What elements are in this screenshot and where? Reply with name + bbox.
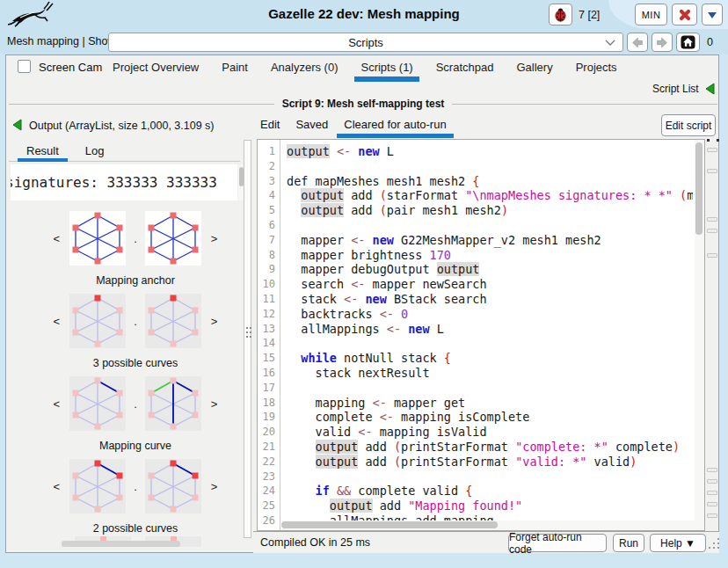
editor-vscrollbar[interactable] (695, 140, 704, 521)
code-line[interactable]: def mapMeshes mesh1 mesh2 { (287, 174, 693, 189)
tab-paint[interactable]: Paint (222, 61, 248, 74)
code-line[interactable]: mapper <- new G22MeshMapper_v2 mesh1 mes… (287, 233, 693, 248)
overview-marker[interactable] (707, 479, 717, 484)
tab-analyzers-0[interactable]: Analyzers (0) (271, 61, 339, 74)
left-panel-hscrollbar[interactable] (62, 541, 180, 547)
code-token: mapping (287, 396, 373, 410)
result-tab-result[interactable]: Result (26, 144, 59, 157)
code-line[interactable] (287, 218, 693, 233)
code-line[interactable]: output add (pair mesh1 mesh2) (287, 203, 693, 218)
overview-marker[interactable] (707, 513, 717, 518)
scrollbar-thumb[interactable] (695, 142, 703, 235)
line-number: 21 (258, 440, 280, 455)
overview-marker[interactable] (707, 229, 717, 233)
panel-splitter[interactable] (244, 140, 251, 538)
overview-marker[interactable] (707, 468, 717, 472)
nav-back-button[interactable] (627, 33, 648, 52)
code-line[interactable] (287, 336, 693, 351)
code-token: 0 (401, 307, 408, 321)
code-line[interactable]: stack <- new BStack search (287, 292, 693, 307)
code-line[interactable]: output add (starFormat "\nmapMeshes sign… (287, 188, 693, 203)
overview-marker[interactable] (707, 253, 717, 258)
run-button[interactable]: Run (613, 534, 644, 552)
code-token: allMappings (287, 322, 387, 336)
prev-variant-button[interactable]: < (52, 315, 62, 328)
prev-variant-button[interactable]: < (52, 480, 62, 493)
code-line[interactable]: output add (printStarFormat "complete: *… (287, 440, 693, 455)
nav-forward-button[interactable] (652, 33, 673, 52)
overview-marker[interactable] (707, 502, 717, 506)
tab-scratchpad[interactable]: Scratchpad (436, 61, 494, 74)
home-button[interactable] (676, 33, 700, 52)
editor-hscrollbar[interactable] (281, 521, 704, 530)
code-token: add (344, 188, 380, 202)
code-line[interactable]: search <- mapper newSearch (287, 277, 693, 292)
mapping-result-row: <.> (7, 294, 244, 348)
code-line[interactable] (287, 381, 693, 396)
line-number: 10 (258, 277, 280, 292)
scrollbar-thumb[interactable] (281, 521, 498, 528)
line-number: 7 (258, 233, 280, 248)
line-number: 13 (258, 322, 280, 337)
prev-variant-button[interactable]: < (52, 397, 62, 411)
forget-auto-run-button[interactable]: Forget auto-run code (508, 534, 607, 552)
code-token (330, 144, 337, 158)
code-line[interactable]: mapper brightness 170 (287, 248, 693, 263)
tab-project-overview[interactable]: Project Overview (113, 61, 199, 74)
code-token: ( (394, 455, 401, 469)
close-button[interactable] (672, 4, 697, 25)
code-token: ( (680, 188, 687, 202)
code-editor[interactable]: 1234567891011121314151617181920212223242… (257, 139, 705, 531)
prev-variant-button[interactable]: < (52, 232, 62, 245)
code-line[interactable]: stack nextResult (287, 366, 693, 381)
result-tab-log[interactable]: Log (85, 144, 105, 157)
code-token: { (444, 351, 451, 365)
code-line[interactable]: output add (printStarFormat "valid: *" v… (287, 455, 693, 470)
code-line[interactable]: mapping <- mapper get (287, 396, 693, 411)
code-token: <- (337, 144, 351, 158)
overview-marker[interactable] (707, 217, 717, 222)
next-variant-button[interactable]: > (209, 232, 220, 245)
script-list-toggle[interactable]: Script List (652, 83, 715, 95)
main-tabs: Project OverviewPaintAnalyzers (0)Script… (113, 61, 617, 74)
window-menu-button[interactable] (702, 4, 723, 25)
overview-marker[interactable] (707, 148, 717, 152)
code-line[interactable] (287, 470, 693, 484)
resize-grip[interactable] (709, 538, 710, 540)
help-button[interactable]: Help ▼ (650, 534, 706, 552)
tab-scripts-1[interactable]: Scripts (1) (360, 61, 412, 74)
minimize-button[interactable]: MIN (635, 4, 667, 25)
code-token: add (358, 440, 394, 454)
code-line[interactable]: allMappings <- new L (287, 322, 693, 337)
code-line[interactable]: output <- new L (287, 144, 693, 159)
debug-button[interactable] (549, 4, 572, 25)
output-collapse-button[interactable] (12, 119, 22, 131)
screen-cam-checkbox[interactable] (18, 60, 31, 73)
code-token: "Mapping found!" (408, 499, 522, 513)
next-variant-button[interactable]: > (209, 480, 220, 493)
script-tab-cleared-for-auto-run[interactable]: Cleared for auto-run (344, 118, 446, 131)
code-line[interactable]: output add "Mapping found!" (287, 499, 693, 513)
tab-gallery[interactable]: Gallery (516, 61, 552, 74)
next-variant-button[interactable]: > (209, 315, 220, 328)
code-line[interactable]: backtracks <- 0 (287, 307, 693, 322)
code-line[interactable]: while notNull stack { (287, 351, 693, 366)
tab-projects[interactable]: Projects (576, 61, 617, 74)
overview-marker[interactable] (707, 169, 717, 173)
edit-script-button[interactable]: Edit script (661, 114, 716, 136)
code-token: ( (394, 440, 401, 454)
script-tab-edit[interactable]: Edit (260, 118, 280, 131)
next-variant-button[interactable]: > (209, 397, 220, 411)
code-line[interactable] (287, 159, 693, 174)
code-line[interactable]: mapper debugOutput output (287, 262, 693, 277)
scripts-select[interactable]: Scripts (108, 33, 623, 52)
code-token (394, 307, 401, 321)
code-line[interactable]: if && complete valid { (287, 484, 693, 499)
overview-marker[interactable] (707, 491, 717, 495)
code-line[interactable]: valid <- mapping isValid (287, 425, 693, 440)
mesh-diagram-right (145, 294, 201, 348)
code-line[interactable]: complete <- mapping isComplete (287, 410, 693, 425)
line-number: 8 (258, 248, 280, 263)
code-area[interactable]: output <- new Ldef mapMeshes mesh1 mesh2… (281, 140, 693, 530)
script-tab-saved[interactable]: Saved (295, 118, 328, 131)
